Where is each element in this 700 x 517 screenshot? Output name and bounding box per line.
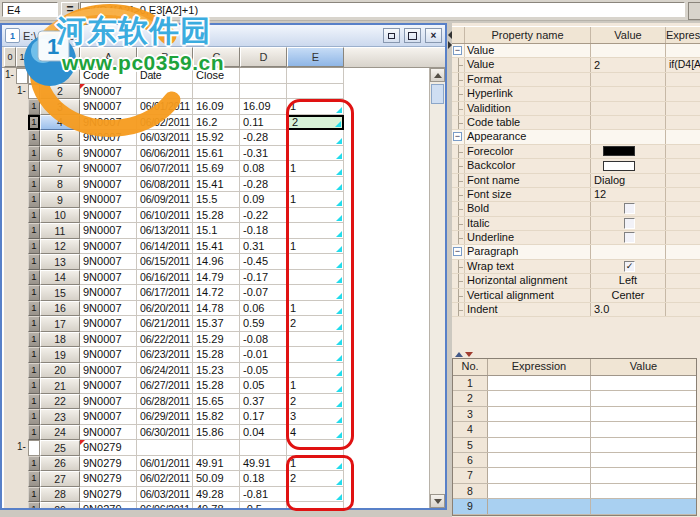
cell-b28[interactable]: 06/03/2011 bbox=[137, 487, 193, 503]
tree-collapse-toggle[interactable]: − bbox=[452, 245, 465, 258]
cell-e28[interactable] bbox=[287, 487, 344, 503]
cell-c9[interactable]: 15.5 bbox=[193, 192, 240, 208]
property-row-hyperlink[interactable]: Hyperlink bbox=[452, 87, 700, 101]
property-value-cell[interactable]: Left bbox=[591, 274, 666, 287]
cell-d5[interactable]: -0.28 bbox=[240, 130, 287, 146]
property-value-cell[interactable]: Center bbox=[591, 289, 666, 302]
cell-e4[interactable]: 2 bbox=[287, 115, 344, 131]
property-value-cell[interactable] bbox=[591, 73, 666, 86]
expression-value-cell[interactable] bbox=[591, 438, 696, 452]
cell-b24[interactable]: 06/30/2011 bbox=[137, 425, 193, 441]
expression-cell[interactable] bbox=[488, 376, 591, 390]
cell-d19[interactable]: -0.01 bbox=[240, 347, 287, 363]
cell-c20[interactable]: 15.23 bbox=[193, 363, 240, 379]
row-number-button[interactable]: 22 bbox=[40, 394, 80, 410]
cell-d25[interactable] bbox=[240, 440, 287, 456]
outline-cell[interactable]: 1- bbox=[16, 440, 28, 456]
checkbox[interactable]: ✓ bbox=[624, 261, 635, 272]
property-value-cell[interactable] bbox=[591, 159, 666, 172]
cell-b9[interactable]: 06/09/2011 bbox=[137, 192, 193, 208]
outline-cell[interactable]: 1 bbox=[28, 146, 40, 162]
outline-cell[interactable]: 1 bbox=[28, 285, 40, 301]
outline-cell[interactable]: 1 bbox=[28, 99, 40, 115]
outline-cell[interactable]: 1 bbox=[28, 270, 40, 286]
cell-a13[interactable]: 9N0007 bbox=[80, 254, 137, 270]
property-row-forecolor[interactable]: Forecolor bbox=[452, 145, 700, 159]
cell-a27[interactable]: 9N0279 bbox=[80, 471, 137, 487]
checkbox[interactable] bbox=[624, 218, 635, 229]
cell-d8[interactable]: -0.28 bbox=[240, 177, 287, 193]
cell-e6[interactable] bbox=[287, 146, 344, 162]
cell-a21[interactable]: 9N0007 bbox=[80, 378, 137, 394]
outline-cell[interactable]: 1 bbox=[28, 471, 40, 487]
row-number-button[interactable]: 28 bbox=[40, 487, 80, 503]
property-expression-cell[interactable] bbox=[666, 87, 700, 100]
column-header-e[interactable]: E bbox=[287, 47, 344, 67]
row-number-button[interactable]: 20 bbox=[40, 363, 80, 379]
formula-input[interactable]: =if(D4[A2]>0,E3[A2]+1) bbox=[80, 2, 685, 17]
cell-b19[interactable]: 06/23/2011 bbox=[137, 347, 193, 363]
move-up-icon[interactable] bbox=[455, 352, 463, 357]
cell-a1[interactable]: Code bbox=[80, 68, 137, 84]
row-number-button[interactable]: 1 bbox=[40, 68, 80, 84]
cell-a4[interactable]: 9N0007 bbox=[80, 115, 137, 131]
cell-d16[interactable]: 0.06 bbox=[240, 301, 287, 317]
cell-c25[interactable] bbox=[193, 440, 240, 456]
expression-row[interactable]: 5 bbox=[453, 438, 696, 453]
row-number-button[interactable]: 3 bbox=[40, 99, 80, 115]
cell-e7[interactable]: 1 bbox=[287, 161, 344, 177]
cell-e1[interactable] bbox=[287, 68, 344, 84]
property-value-cell[interactable] bbox=[591, 217, 666, 230]
row-move-arrows[interactable] bbox=[455, 352, 473, 357]
outline-cell[interactable]: 1- bbox=[4, 68, 16, 84]
property-expression-cell[interactable] bbox=[666, 44, 700, 57]
cell-e9[interactable]: 1 bbox=[287, 192, 344, 208]
outline-cell[interactable]: 1 bbox=[28, 332, 40, 348]
cell-a11[interactable]: 9N0007 bbox=[80, 223, 137, 239]
cell-c10[interactable]: 15.28 bbox=[193, 208, 240, 224]
cell-c17[interactable]: 15.37 bbox=[193, 316, 240, 332]
cell-b4[interactable]: 06/02/2011 bbox=[137, 115, 193, 131]
property-row-wrap-text[interactable]: Wrap text✓ bbox=[452, 260, 700, 274]
property-value-cell[interactable] bbox=[591, 231, 666, 244]
cell-a16[interactable]: 9N0007 bbox=[80, 301, 137, 317]
property-row-underline[interactable]: Underline bbox=[452, 231, 700, 245]
row-number-button[interactable]: 4 bbox=[40, 115, 80, 131]
maximize-icon[interactable] bbox=[404, 28, 421, 43]
cell-b22[interactable]: 06/28/2011 bbox=[137, 394, 193, 410]
cell-b6[interactable]: 06/06/2011 bbox=[137, 146, 193, 162]
collapse-minus-icon[interactable]: − bbox=[453, 46, 462, 55]
expression-cell[interactable] bbox=[488, 407, 591, 421]
expression-row[interactable]: 4 bbox=[453, 422, 696, 437]
property-expression-cell[interactable] bbox=[666, 289, 700, 302]
cell-d11[interactable]: -0.18 bbox=[240, 223, 287, 239]
cell-d28[interactable]: -0.81 bbox=[240, 487, 287, 503]
property-expression-cell[interactable] bbox=[666, 231, 700, 244]
cell-e12[interactable]: 1 bbox=[287, 239, 344, 255]
cell-c4[interactable]: 16.2 bbox=[193, 115, 240, 131]
cell-b23[interactable]: 06/29/2011 bbox=[137, 409, 193, 425]
cell-d23[interactable]: 0.17 bbox=[240, 409, 287, 425]
expression-row[interactable]: 8 bbox=[453, 484, 696, 499]
scrollbar-thumb[interactable] bbox=[431, 84, 444, 104]
cell-c18[interactable]: 15.29 bbox=[193, 332, 240, 348]
cell-e29[interactable] bbox=[287, 502, 344, 508]
cell-d2[interactable] bbox=[240, 84, 287, 100]
cell-d7[interactable]: 0.08 bbox=[240, 161, 287, 177]
outline-level-header-1[interactable]: 1 bbox=[16, 47, 28, 67]
cell-e13[interactable] bbox=[287, 254, 344, 270]
expression-cell[interactable] bbox=[488, 453, 591, 467]
row-number-button[interactable]: 9 bbox=[40, 192, 80, 208]
cell-b7[interactable]: 06/07/2011 bbox=[137, 161, 193, 177]
cell-b16[interactable]: 06/20/2011 bbox=[137, 301, 193, 317]
cell-e19[interactable] bbox=[287, 347, 344, 363]
property-value-cell[interactable] bbox=[591, 44, 666, 57]
expression-cell[interactable] bbox=[488, 468, 591, 482]
cell-d22[interactable]: 0.37 bbox=[240, 394, 287, 410]
row-number-button[interactable]: 29 bbox=[40, 502, 80, 508]
property-expression-cell[interactable] bbox=[666, 130, 700, 143]
cell-e10[interactable] bbox=[287, 208, 344, 224]
cell-c5[interactable]: 15.92 bbox=[193, 130, 240, 146]
cell-b26[interactable]: 06/01/2011 bbox=[137, 456, 193, 472]
cell-d26[interactable]: 49.91 bbox=[240, 456, 287, 472]
